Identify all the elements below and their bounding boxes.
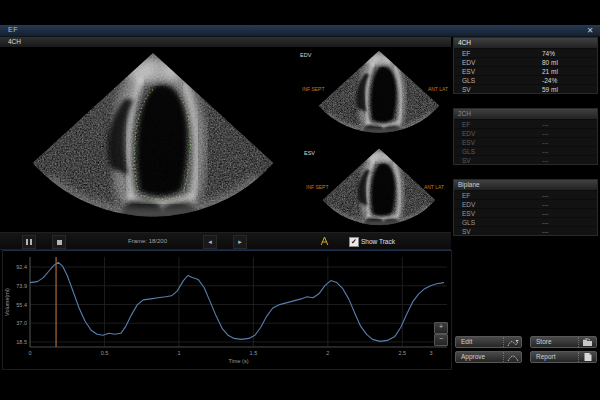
svg-text:3: 3 — [429, 350, 432, 356]
inf-sept-marker: INF SEPT — [306, 184, 329, 190]
result-row: EF--- — [454, 190, 597, 199]
result-row: ESV--- — [454, 208, 597, 217]
right-arrow-icon: ▸ — [238, 237, 242, 247]
stop-button[interactable] — [52, 235, 66, 249]
section-header-4ch: 4CH — [454, 38, 597, 48]
edv-thumbnail[interactable]: EDV INF SEPT ANT LAT — [312, 48, 446, 140]
stop-icon — [57, 240, 62, 245]
result-row: ESV21 ml — [454, 66, 597, 75]
volume-curve — [30, 262, 444, 341]
result-row: ESV--- — [454, 137, 597, 146]
inf-sept-marker: INF SEPT — [302, 86, 325, 92]
section-header-2ch: 2CH — [454, 109, 597, 119]
results-panel: 4CH EF74% EDV80 ml ESV21 ml GLS-24% SV59… — [453, 37, 598, 370]
chart-zoom-in-button[interactable]: + — [434, 322, 448, 334]
application-window: EF ✕ 4CH EDV INF SEPT ANT LAT ESV INF SE… — [0, 0, 600, 400]
result-row: EDV--- — [454, 199, 597, 208]
cine-toolbar: Frame: 18/200 ◂ ▸ ✓ Show Track — [0, 232, 451, 250]
result-row: GLS-24% — [454, 75, 597, 84]
edit-curve-icon — [503, 337, 521, 347]
next-frame-button[interactable]: ▸ — [233, 235, 247, 249]
caliper-button[interactable] — [318, 235, 330, 247]
section-header-biplane: Biplane — [454, 180, 597, 190]
left-arrow-icon: ◂ — [208, 237, 212, 247]
minus-icon: − — [439, 335, 443, 342]
result-row: SV--- — [454, 226, 597, 235]
svg-text:Volume(ml): Volume(ml) — [4, 288, 10, 316]
result-row: GLS--- — [454, 217, 597, 226]
edv-label: EDV — [300, 52, 311, 58]
svg-text:2: 2 — [326, 350, 329, 356]
approve-curve-icon — [503, 352, 521, 362]
result-row: SV--- — [454, 155, 597, 164]
main-echo-image[interactable] — [22, 47, 284, 232]
store-button[interactable]: Store — [530, 336, 597, 348]
svg-text:0.5: 0.5 — [101, 350, 109, 356]
chart-zoom-out-button[interactable]: − — [434, 334, 448, 346]
result-row: EDV--- — [454, 128, 597, 137]
svg-text:2.5: 2.5 — [398, 350, 406, 356]
svg-text:1.5: 1.5 — [250, 350, 258, 356]
show-track-label: Show Track — [361, 238, 395, 245]
results-section-2ch: 2CH EF--- EDV--- ESV--- GLS--- SV--- — [453, 108, 598, 165]
result-row: GLS--- — [454, 146, 597, 155]
ant-lat-marker: ANT LAT — [428, 86, 448, 92]
svg-text:Time (s): Time (s) — [229, 358, 249, 364]
pause-icon — [26, 239, 28, 245]
pause-button[interactable] — [22, 235, 36, 249]
ant-lat-marker: ANT LAT — [424, 184, 444, 190]
title-bar: EF ✕ — [0, 25, 600, 37]
caliper-icon — [320, 236, 329, 246]
esv-thumbnail[interactable]: ESV INF SEPT ANT LAT — [316, 146, 442, 232]
result-row: EF--- — [454, 119, 597, 128]
svg-text:0: 0 — [28, 350, 31, 356]
results-section-4ch: 4CH EF74% EDV80 ml ESV21 ml GLS-24% SV59… — [453, 37, 598, 94]
edit-button[interactable]: Edit — [455, 336, 522, 348]
svg-text:18.5: 18.5 — [16, 339, 27, 345]
show-track-checkbox[interactable]: ✓ — [349, 237, 359, 247]
view-label: 4CH — [8, 38, 21, 45]
check-icon: ✓ — [351, 238, 357, 245]
close-icon[interactable]: ✕ — [585, 26, 595, 35]
esv-label: ESV — [304, 150, 315, 156]
report-button[interactable]: Report — [530, 351, 597, 363]
result-row: EDV80 ml — [454, 57, 597, 66]
frame-counter: Frame: 18/200 — [128, 238, 167, 244]
store-folder-icon — [578, 337, 596, 347]
approve-button[interactable]: Approve — [455, 351, 522, 363]
previous-frame-button[interactable]: ◂ — [203, 235, 217, 249]
report-document-icon — [578, 352, 596, 362]
svg-text:92.4: 92.4 — [16, 264, 27, 270]
svg-text:55.4: 55.4 — [16, 302, 27, 308]
results-section-biplane: Biplane EF--- EDV--- ESV--- GLS--- SV--- — [453, 179, 598, 236]
window-title: EF — [8, 26, 18, 33]
pause-icon — [30, 239, 32, 245]
result-row: SV59 ml — [454, 84, 597, 93]
volume-time-chart[interactable]: 18.537.055.473.992.400.511.522.53Time (s… — [2, 250, 452, 370]
plus-icon: + — [439, 323, 443, 330]
echo-display-region: EDV INF SEPT ANT LAT ESV INF SEPT ANT LA… — [0, 47, 451, 232]
svg-text:1: 1 — [177, 350, 180, 356]
result-row: EF74% — [454, 48, 597, 57]
svg-text:73.9: 73.9 — [16, 283, 27, 289]
svg-text:37.0: 37.0 — [16, 320, 27, 326]
